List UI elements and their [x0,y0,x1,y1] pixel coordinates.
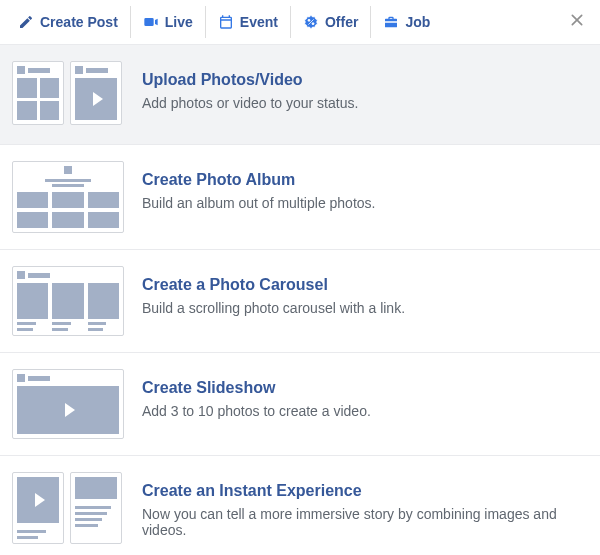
tab-live[interactable]: Live [130,6,205,38]
calendar-icon [218,14,234,30]
option-upload-photos-video[interactable]: Upload Photos/Video Add photos or video … [0,45,600,145]
option-create-photo-album[interactable]: Create Photo Album Build an album out of… [0,145,600,250]
option-desc: Add 3 to 10 photos to create a video. [142,403,371,419]
tab-job-label: Job [405,14,430,30]
option-title: Upload Photos/Video [142,71,358,89]
tab-offer-label: Offer [325,14,358,30]
option-desc: Add photos or video to your status. [142,95,358,111]
option-title: Create a Photo Carousel [142,276,405,294]
tab-event-label: Event [240,14,278,30]
briefcase-icon [383,14,399,30]
camcorder-icon [143,14,159,30]
close-button[interactable] [564,9,590,35]
option-title: Create Slideshow [142,379,371,397]
tab-offer[interactable]: Offer [290,6,370,38]
option-thumbnail [12,161,124,233]
option-create-instant-experience[interactable]: Create an Instant Experience Now you can… [0,456,600,555]
option-create-photo-carousel[interactable]: Create a Photo Carousel Build a scrollin… [0,250,600,353]
option-desc: Now you can tell a more immersive story … [142,506,584,538]
option-title: Create Photo Album [142,171,375,189]
pencil-icon [18,14,34,30]
tab-event[interactable]: Event [205,6,290,38]
option-thumbnail [12,266,124,336]
option-desc: Build a scrolling photo carousel with a … [142,300,405,316]
option-title: Create an Instant Experience [142,482,584,500]
composer-toolbar: Create Post Live Event Offer Job [0,0,600,44]
option-create-slideshow[interactable]: Create Slideshow Add 3 to 10 photos to c… [0,353,600,456]
option-thumbnail [12,61,124,125]
tab-create-post[interactable]: Create Post [6,6,130,38]
close-icon [569,12,585,32]
option-thumbnail [12,472,124,544]
tab-job[interactable]: Job [370,6,442,38]
tab-live-label: Live [165,14,193,30]
post-options-list: Upload Photos/Video Add photos or video … [0,44,600,555]
tab-create-post-label: Create Post [40,14,118,30]
option-desc: Build an album out of multiple photos. [142,195,375,211]
option-thumbnail [12,369,124,439]
discount-icon [303,14,319,30]
